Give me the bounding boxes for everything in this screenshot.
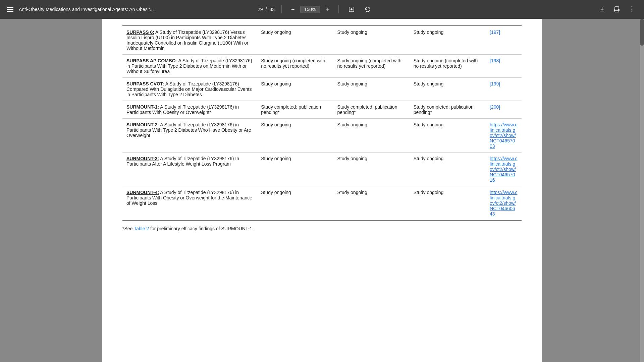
study-name: SURPASS 6: — [126, 29, 154, 35]
ref-number[interactable]: [197] — [490, 29, 500, 35]
table-row: SURPASS AP COMBO: A Study of Tirzepatide… — [122, 55, 522, 78]
weight-cell: Study ongoing — [333, 78, 409, 101]
efficacy-cell: Study ongoing — [257, 119, 333, 153]
weight-cell: Study completed; publication pending* — [333, 101, 409, 119]
efficacy-cell: Study ongoing — [257, 186, 333, 221]
study-cell: SURPASS CVOT: A Study of Tirzepatide (LY… — [122, 78, 257, 101]
page-total: 33 — [269, 7, 275, 12]
weight-cell: Study ongoing — [333, 186, 409, 221]
document-title: Anti-Obesity Medications and Investigati… — [19, 7, 254, 12]
study-cell: SURPASS AP COMBO: A Study of Tirzepatide… — [122, 55, 257, 78]
studies-table: SURPASS 6: A Study of Tirzepatide (LY329… — [122, 25, 522, 221]
safety-cell: Study ongoing (completed with no results… — [410, 55, 486, 78]
weight-cell: Study ongoing — [333, 119, 409, 153]
ref-url-link[interactable]: https://www.clinicaltrials.gov/ct2/show/… — [490, 156, 517, 183]
table-row: SURPASS 6: A Study of Tirzepatide (LY329… — [122, 26, 522, 55]
study-name: SURMOUNT-3: — [126, 156, 159, 161]
efficacy-cell: Study ongoing — [257, 26, 333, 55]
scrollbar[interactable] — [640, 19, 644, 362]
more-options-button[interactable]: ⋮ — [626, 4, 639, 15]
table-row: SURMOUNT-4: A Study of Tirzepatide (LY32… — [122, 186, 522, 221]
ref-number[interactable]: [199] — [490, 81, 500, 86]
svg-rect-2 — [615, 10, 619, 12]
efficacy-cell: Study ongoing — [257, 153, 333, 186]
study-name: SURMOUNT-1: — [126, 104, 159, 110]
weight-cell: Study ongoing — [333, 153, 409, 186]
print-button[interactable] — [611, 5, 623, 14]
footnote-text-before: *See — [122, 226, 134, 231]
study-cell: SURPASS 6: A Study of Tirzepatide (LY329… — [122, 26, 257, 55]
weight-cell: Study ongoing — [333, 26, 409, 55]
footnote: *See Table 2 for preliminary efficacy fi… — [122, 226, 522, 231]
study-cell: SURMOUNT-1: A Study of Tirzepatide (LY32… — [122, 101, 257, 119]
zoom-controls: − 150% + — [288, 5, 332, 14]
ref-url-link[interactable]: https://www.clinicaltrials.gov/ct2/show/… — [490, 122, 517, 149]
fit-page-button[interactable] — [345, 5, 358, 14]
study-name: SURPASS AP COMBO: — [126, 58, 177, 63]
separator-1 — [281, 5, 282, 13]
footnote-text-after: for preliminary efficacy findings of SUR… — [149, 226, 254, 231]
ref-cell[interactable]: https://www.clinicaltrials.gov/ct2/show/… — [486, 153, 522, 186]
ref-url-link[interactable]: https://www.clinicaltrials.gov/ct2/show/… — [490, 190, 517, 217]
ref-number[interactable]: [200] — [490, 104, 500, 110]
study-name: SURMOUNT-2: — [126, 122, 159, 127]
zoom-out-button[interactable]: − — [288, 5, 298, 14]
zoom-in-button[interactable]: + — [323, 5, 332, 14]
table2-link[interactable]: Table 2 — [134, 226, 149, 231]
history-button[interactable] — [362, 5, 374, 14]
study-name: SURMOUNT-4: — [126, 190, 159, 195]
study-cell: SURMOUNT-3: A Study of Tirzepatide (LY32… — [122, 153, 257, 186]
toolbar: Anti-Obesity Medications and Investigati… — [0, 0, 644, 19]
safety-cell: Study ongoing — [410, 78, 486, 101]
zoom-level[interactable]: 150% — [300, 6, 320, 13]
scrollbar-thumb[interactable] — [640, 19, 644, 46]
page-current[interactable]: 29 — [258, 7, 263, 12]
separator-2 — [338, 5, 339, 13]
safety-cell: Study completed; publication pending* — [410, 101, 486, 119]
study-cell: SURMOUNT-2: A Study of Tirzepatide (LY32… — [122, 119, 257, 153]
download-button[interactable] — [596, 5, 608, 14]
safety-cell: Study ongoing — [410, 26, 486, 55]
svg-point-3 — [618, 10, 619, 10]
ref-cell[interactable]: https://www.clinicaltrials.gov/ct2/show/… — [486, 186, 522, 221]
page-container: SURPASS 6: A Study of Tirzepatide (LY329… — [102, 19, 542, 362]
table-row: SURMOUNT-1: A Study of Tirzepatide (LY32… — [122, 101, 522, 119]
safety-cell: Study ongoing — [410, 153, 486, 186]
weight-cell: Study ongoing (completed with no results… — [333, 55, 409, 78]
table-row: SURMOUNT-3: A Study of Tirzepatide (LY32… — [122, 153, 522, 186]
study-name: SURPASS CVOT: — [126, 81, 164, 86]
study-cell: SURMOUNT-4: A Study of Tirzepatide (LY32… — [122, 186, 257, 221]
ref-cell: [197] — [486, 26, 522, 55]
svg-rect-1 — [615, 7, 619, 9]
ref-cell: [198] — [486, 55, 522, 78]
table-row: SURPASS CVOT: A Study of Tirzepatide (LY… — [122, 78, 522, 101]
ref-cell: [199] — [486, 78, 522, 101]
safety-cell: Study ongoing — [410, 119, 486, 153]
menu-icon[interactable] — [5, 6, 15, 13]
ref-cell[interactable]: https://www.clinicaltrials.gov/ct2/show/… — [486, 119, 522, 153]
ref-cell: [200] — [486, 101, 522, 119]
efficacy-cell: Study ongoing (completed with no results… — [257, 55, 333, 78]
page-controls: 29 / 33 — [258, 7, 275, 12]
efficacy-cell: Study completed; publication pending* — [257, 101, 333, 119]
content-area[interactable]: SURPASS 6: A Study of Tirzepatide (LY329… — [0, 19, 644, 362]
safety-cell: Study ongoing — [410, 186, 486, 221]
toolbar-right: ⋮ — [596, 4, 639, 15]
page-separator: / — [266, 7, 267, 12]
ref-number[interactable]: [198] — [490, 58, 500, 63]
table-row: SURMOUNT-2: A Study of Tirzepatide (LY32… — [122, 119, 522, 153]
efficacy-cell: Study ongoing — [257, 78, 333, 101]
